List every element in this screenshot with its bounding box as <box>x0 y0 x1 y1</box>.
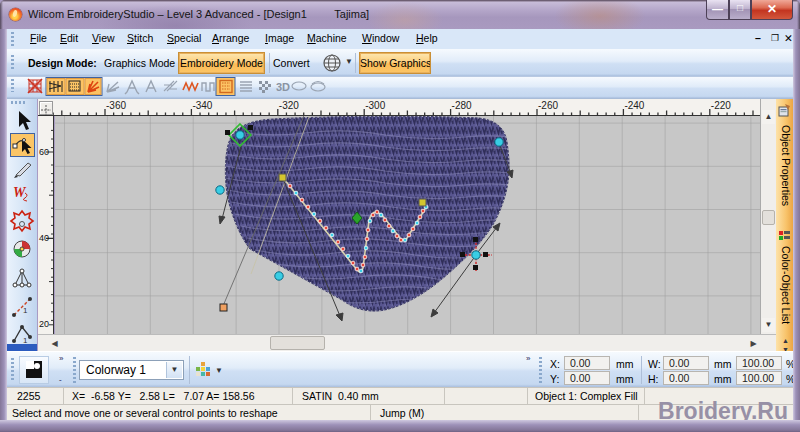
svg-text:-320: -320 <box>279 100 299 111</box>
svg-text:-360: -360 <box>106 100 126 111</box>
svg-text:-340: -340 <box>192 100 212 111</box>
svg-text:-280: -280 <box>452 100 472 111</box>
svg-text:40: 40 <box>39 233 49 243</box>
svg-text:3D: 3D <box>276 81 290 93</box>
svg-text:-260: -260 <box>538 100 558 111</box>
svg-text:20: 20 <box>39 319 49 329</box>
svg-text:-300: -300 <box>365 100 385 111</box>
svg-text:-240: -240 <box>624 100 644 111</box>
svg-text:-220: -220 <box>711 100 731 111</box>
svg-text:60: 60 <box>39 147 49 157</box>
svg-text:1: 1 <box>23 306 28 315</box>
